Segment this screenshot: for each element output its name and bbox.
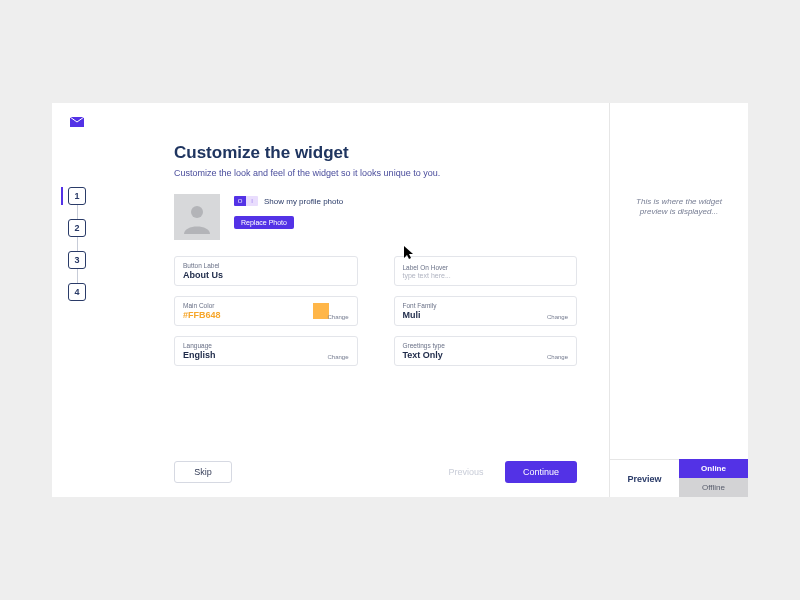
continue-button[interactable]: Continue — [505, 461, 577, 483]
profile-photo-toggle-row: O I Show my profile photo — [234, 196, 343, 206]
photo-controls: O I Show my profile photo Replace Photo — [234, 194, 343, 229]
step-divider — [77, 237, 78, 251]
preview-label: Preview — [610, 459, 679, 497]
avatar-placeholder — [174, 194, 220, 240]
previous-button[interactable]: Previous — [437, 461, 495, 483]
step-2[interactable]: 2 — [68, 219, 86, 237]
font-family-field[interactable]: Font Family Muli Change — [394, 296, 578, 326]
profile-photo-toggle-label: Show my profile photo — [264, 197, 343, 206]
preview-area: This is where the widget preview is disp… — [610, 103, 748, 459]
field-value: English — [183, 350, 349, 360]
change-link[interactable]: Change — [547, 314, 568, 320]
field-value: About Us — [183, 270, 349, 280]
sidebar: 1 2 3 4 — [52, 103, 102, 497]
field-label: Greetings type — [403, 342, 569, 349]
preview-footer: Preview Online Offline — [610, 459, 748, 497]
preview-panel: This is where the widget preview is disp… — [610, 103, 748, 497]
step-1[interactable]: 1 — [68, 187, 86, 205]
mail-icon — [70, 117, 84, 127]
field-label: Label On Hover — [403, 264, 569, 271]
color-swatch — [313, 303, 329, 319]
change-link[interactable]: Change — [327, 354, 348, 360]
main-content: Customize the widget Customize the look … — [102, 103, 610, 497]
preview-tab-online[interactable]: Online — [679, 459, 748, 478]
step-divider — [77, 205, 78, 219]
replace-photo-button[interactable]: Replace Photo — [234, 216, 294, 229]
field-placeholder: type text here... — [403, 272, 569, 279]
field-label: Font Family — [403, 302, 569, 309]
step-3[interactable]: 3 — [68, 251, 86, 269]
step-4[interactable]: 4 — [68, 283, 86, 301]
language-field[interactable]: Language English Change — [174, 336, 358, 366]
preview-placeholder-text: This is where the widget preview is disp… — [629, 197, 729, 218]
greetings-type-field[interactable]: Greetings type Text Only Change — [394, 336, 578, 366]
field-value: Muli — [403, 310, 569, 320]
field-label: Button Label — [183, 262, 349, 269]
preview-tabs: Online Offline — [679, 459, 748, 497]
svg-point-1 — [191, 206, 203, 218]
app-window: 1 2 3 4 Customize the widget Customize t… — [52, 103, 748, 497]
field-label: Language — [183, 342, 349, 349]
change-link[interactable]: Change — [327, 314, 348, 320]
preview-tab-offline[interactable]: Offline — [679, 478, 748, 497]
profile-photo-toggle[interactable]: O I — [234, 196, 258, 206]
label-on-hover-field[interactable]: Label On Hover type text here... — [394, 256, 578, 286]
step-indicator: 1 2 3 4 — [52, 187, 102, 301]
field-value: Text Only — [403, 350, 569, 360]
button-label-field[interactable]: Button Label About Us — [174, 256, 358, 286]
change-link[interactable]: Change — [547, 354, 568, 360]
footer-nav: Skip Previous Continue — [174, 447, 577, 483]
settings-grid: Button Label About Us Label On Hover typ… — [174, 256, 577, 366]
main-color-field[interactable]: Main Color #FFB648 Change — [174, 296, 358, 326]
step-divider — [77, 269, 78, 283]
page-subtitle: Customize the look and feel of the widge… — [174, 168, 577, 178]
photo-section: O I Show my profile photo Replace Photo — [174, 194, 577, 240]
page-title: Customize the widget — [174, 143, 577, 163]
skip-button[interactable]: Skip — [174, 461, 232, 483]
